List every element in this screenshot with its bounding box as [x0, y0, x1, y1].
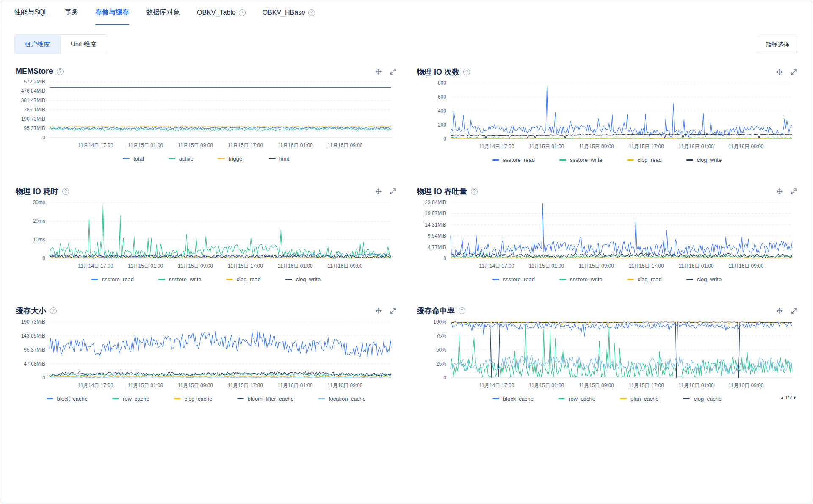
legend-prev-icon[interactable]: ▲	[780, 396, 784, 400]
svg-text:19.07MiB: 19.07MiB	[425, 210, 446, 216]
move-icon[interactable]	[375, 68, 382, 75]
toolbar: 租户维度Unit 维度 指标选择	[0, 25, 813, 54]
legend-item-clog-cache[interactable]: clog_cache	[174, 396, 213, 402]
nav-tab-label: OBKV_HBase	[263, 9, 305, 17]
legend-item-limit[interactable]: limit	[269, 155, 289, 162]
chart-plot[interactable]: 100%75%50%25%011月14日 17:0011月15日 01:0011…	[417, 318, 797, 393]
svg-text:11月15日 01:00: 11月15日 01:00	[529, 263, 564, 269]
chart-card-3: 物理 IO 吞吐量 ? 23.84MiB19.07MiB14.31MiB9.54…	[417, 186, 797, 284]
legend-item-trigger[interactable]: trigger	[218, 155, 244, 162]
svg-text:95.37MiB: 95.37MiB	[24, 125, 45, 131]
svg-text:50%: 50%	[436, 347, 446, 353]
fullscreen-icon[interactable]	[390, 68, 396, 75]
metric-select-button[interactable]: 指标选择	[758, 36, 797, 53]
fullscreen-icon[interactable]	[791, 188, 797, 195]
nav-tab-4[interactable]: OBKV_Table?	[197, 0, 246, 25]
chart-legend: ssstore_readssstore_writeclog_readclog_w…	[16, 274, 396, 284]
chart-legend: block_cacherow_cacheclog_cachebloom_filt…	[16, 394, 396, 403]
legend-item-location-cache[interactable]: location_cache	[318, 396, 366, 402]
legend-label: ssstore_read	[503, 276, 535, 282]
legend-swatch	[269, 158, 276, 159]
chart-plot[interactable]: 30ms20ms10ms011月14日 17:0011月15日 01:0011月…	[16, 198, 396, 274]
legend-item-ssstore-write[interactable]: ssstore_write	[559, 276, 603, 282]
svg-text:11月15日 01:00: 11月15日 01:00	[128, 263, 163, 269]
legend-label: clog_write	[697, 157, 722, 163]
legend-label: total	[133, 155, 144, 162]
chart-plot[interactable]: 23.84MiB19.07MiB14.31MiB9.54MiB4.77MiB01…	[417, 198, 797, 274]
svg-text:11月16日 09:00: 11月16日 09:00	[328, 263, 363, 269]
legend-swatch	[226, 279, 233, 280]
svg-text:11月15日 09:00: 11月15日 09:00	[579, 263, 614, 269]
move-icon[interactable]	[776, 307, 783, 314]
help-icon[interactable]: ?	[459, 307, 465, 314]
legend-item-row-cache[interactable]: row_cache	[112, 396, 149, 402]
help-icon[interactable]: ?	[50, 307, 57, 314]
legend-item-clog-write[interactable]: clog_write	[285, 276, 321, 282]
svg-text:30ms: 30ms	[33, 199, 45, 205]
legend-item-active[interactable]: active	[169, 155, 194, 162]
fullscreen-icon[interactable]	[390, 188, 396, 195]
dimension-tab-0[interactable]: 租户维度	[14, 35, 60, 54]
svg-text:11月14日 17:00: 11月14日 17:00	[479, 144, 514, 150]
svg-text:11月15日 09:00: 11月15日 09:00	[579, 382, 614, 388]
nav-tab-3[interactable]: 数据库对象	[146, 0, 180, 25]
chart-title: 缓存命中率	[417, 306, 455, 316]
chart-card-2: 物理 IO 耗时 ? 30ms20ms10ms011月14日 17:0011月1…	[16, 186, 396, 284]
help-icon[interactable]: ?	[463, 69, 470, 75]
legend-swatch	[492, 398, 499, 399]
help-icon[interactable]: ?	[57, 68, 64, 75]
chart-plot[interactable]: 572.2MiB476.84MiB381.47MiB286.1MiB190.73…	[16, 78, 396, 153]
move-icon[interactable]	[776, 188, 783, 195]
legend-swatch	[620, 398, 627, 399]
chart-plot[interactable]: 800600400200011月14日 17:0011月15日 01:0011月…	[417, 79, 797, 154]
legend-item-ssstore-read[interactable]: ssstore_read	[492, 276, 535, 282]
legend-item-block-cache[interactable]: block_cache	[47, 396, 88, 402]
nav-tab-label: 数据库对象	[146, 8, 180, 17]
legend-item-bloom-filter-cache[interactable]: bloom_filter_cache	[237, 396, 294, 402]
chart-header: 缓存大小 ?	[16, 306, 396, 316]
legend-item-row-cache[interactable]: row_cache	[558, 396, 595, 402]
legend-swatch	[174, 398, 181, 399]
svg-text:400: 400	[438, 108, 446, 114]
nav-tab-5[interactable]: OBKV_HBase?	[263, 0, 315, 25]
legend-item-clog-read[interactable]: clog_read	[627, 276, 662, 282]
legend-item-clog-read[interactable]: clog_read	[226, 276, 261, 282]
nav-tab-2[interactable]: 存储与缓存	[95, 0, 129, 25]
legend-label: clog_cache	[185, 396, 213, 402]
legend-swatch	[492, 279, 499, 280]
legend-item-ssstore-read[interactable]: ssstore_read	[492, 157, 535, 163]
dimension-tab-1[interactable]: Unit 维度	[60, 35, 107, 54]
help-icon[interactable]: ?	[62, 188, 69, 195]
legend-item-clog-cache[interactable]: clog_cache	[683, 396, 722, 402]
legend-item-block-cache[interactable]: block_cache	[492, 396, 534, 402]
legend-label: ssstore_write	[169, 276, 202, 282]
legend-item-plan-cache[interactable]: plan_cache	[620, 396, 659, 402]
legend-item-clog-write[interactable]: clog_write	[686, 276, 722, 282]
fullscreen-icon[interactable]	[791, 69, 797, 75]
legend-item-total[interactable]: total	[123, 155, 144, 162]
move-icon[interactable]	[375, 188, 382, 195]
move-icon[interactable]	[375, 307, 382, 314]
legend-item-ssstore-write[interactable]: ssstore_write	[559, 157, 603, 163]
chart-plot[interactable]: 190.73MiB143.05MiB95.37MiB47.68MiB011月14…	[16, 318, 396, 393]
move-icon[interactable]	[776, 69, 783, 75]
nav-tab-0[interactable]: 性能与SQL	[14, 0, 48, 25]
nav-tab-1[interactable]: 事务	[65, 0, 78, 25]
svg-text:11月16日 01:00: 11月16日 01:00	[679, 144, 714, 150]
fullscreen-icon[interactable]	[390, 307, 396, 314]
svg-text:4.77MiB: 4.77MiB	[428, 244, 446, 250]
svg-text:476.84MiB: 476.84MiB	[21, 88, 45, 94]
legend-swatch	[218, 158, 225, 159]
legend-swatch	[683, 398, 690, 399]
legend-item-clog-write[interactable]: clog_write	[686, 157, 722, 163]
help-icon[interactable]: ?	[308, 9, 315, 16]
chart-title: 物理 IO 耗时	[16, 186, 58, 197]
legend-next-icon[interactable]: ▼	[793, 396, 796, 400]
legend-item-ssstore-read[interactable]: ssstore_read	[91, 276, 134, 282]
legend-item-ssstore-write[interactable]: ssstore_write	[158, 276, 202, 282]
help-icon[interactable]: ?	[239, 9, 246, 16]
fullscreen-icon[interactable]	[791, 307, 797, 314]
help-icon[interactable]: ?	[471, 188, 478, 195]
chart-card-1: 物理 IO 次数 ? 800600400200011月14日 17:0011月1…	[417, 67, 797, 164]
legend-item-clog-read[interactable]: clog_read	[627, 157, 662, 163]
